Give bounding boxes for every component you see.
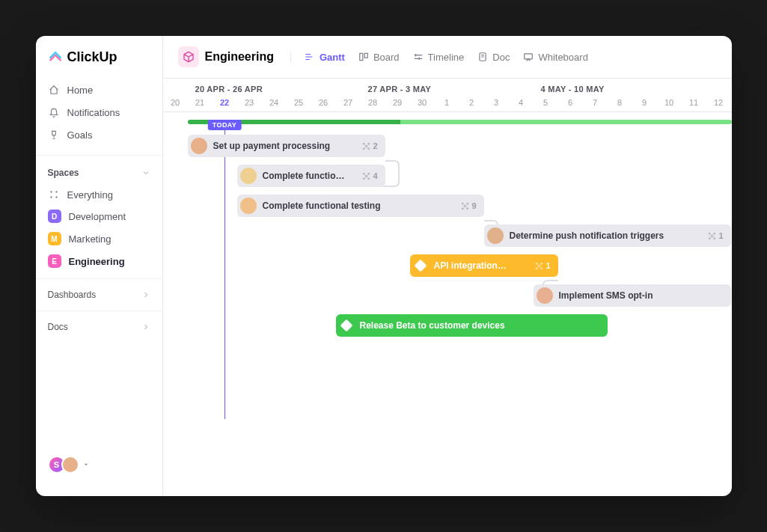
docs-section[interactable]: Docs <box>36 311 162 343</box>
day-cell[interactable]: 10 <box>657 98 682 107</box>
subtask-icon <box>461 202 469 210</box>
task-bar[interactable]: Complete functional testing9 <box>237 195 484 217</box>
view-board[interactable]: Board <box>358 52 400 63</box>
nav-goals[interactable]: Goals <box>36 123 162 146</box>
view-doc[interactable]: Doc <box>477 52 510 63</box>
view-gantt[interactable]: Gantt <box>305 52 345 63</box>
gantt-icon <box>305 52 315 62</box>
sidebar-footer: S <box>36 447 162 483</box>
day-cell[interactable]: 2 <box>459 98 484 107</box>
chevron-right-icon <box>141 290 150 299</box>
task-bar[interactable]: Complete functio…4 <box>237 165 385 187</box>
day-cell[interactable]: 3 <box>484 98 509 107</box>
day-cell[interactable]: 30 <box>410 98 435 107</box>
view-label: Gantt <box>320 52 345 63</box>
dashboards-section[interactable]: Dashboards <box>36 278 162 311</box>
week-label: 27 APR - 3 MAY <box>361 85 534 94</box>
grid-icon <box>48 189 60 201</box>
task-title: Determine push notification triggers <box>510 230 664 241</box>
whiteboard-icon <box>523 52 534 62</box>
svg-point-12 <box>368 147 370 149</box>
svg-point-14 <box>364 173 365 174</box>
day-cell[interactable]: 6 <box>558 98 583 107</box>
user-avatar <box>61 456 79 474</box>
svg-point-13 <box>366 175 368 177</box>
caret-down-icon[interactable] <box>82 461 90 468</box>
day-cell[interactable]: 25 <box>287 98 311 107</box>
spaces-list: DDevelopmentMMarketingEEngineering <box>36 205 162 272</box>
board-icon <box>358 52 369 62</box>
doc-icon <box>477 52 488 62</box>
sidebar-space-development[interactable]: DDevelopment <box>36 205 162 227</box>
subtask-count: 4 <box>362 171 377 180</box>
day-row: 2021222324252627282930123456789101112 <box>163 95 732 111</box>
space-label: Engineering <box>69 256 125 267</box>
progress-bar <box>188 120 732 124</box>
svg-point-16 <box>364 177 365 179</box>
gantt-chart[interactable]: TODAY Set up payment processing2Complete… <box>163 120 732 344</box>
day-cell[interactable]: 27 <box>336 98 361 107</box>
svg-point-30 <box>541 263 543 264</box>
day-cell[interactable]: 4 <box>509 98 534 107</box>
day-cell[interactable]: 8 <box>608 98 632 107</box>
day-cell[interactable]: 11 <box>682 98 706 107</box>
day-cell[interactable]: 7 <box>583 98 608 107</box>
subtask-icon <box>362 142 370 150</box>
assignee-avatar <box>240 168 257 184</box>
day-cell[interactable]: 26 <box>311 98 336 107</box>
nav-notifications[interactable]: Notifications <box>36 101 162 123</box>
task-bar[interactable]: Release Beta to customer devices <box>336 314 608 337</box>
spaces-header[interactable]: Spaces <box>36 155 162 184</box>
logo[interactable]: ClickUp <box>36 49 162 76</box>
sidebar-space-engineering[interactable]: EEngineering <box>36 250 162 272</box>
space-name: Engineering <box>205 50 274 64</box>
bell-icon <box>48 106 60 118</box>
day-cell[interactable]: 1 <box>435 98 459 107</box>
day-cell[interactable]: 24 <box>262 98 287 107</box>
svg-point-24 <box>709 233 711 234</box>
svg-point-31 <box>537 267 538 269</box>
clickup-logo-icon <box>48 50 63 65</box>
day-cell[interactable]: 20 <box>163 98 188 107</box>
day-cell[interactable]: 21 <box>188 98 213 107</box>
task-bar[interactable]: Implement SMS opt-in <box>534 284 731 307</box>
avatar-stack[interactable]: S <box>48 456 79 474</box>
svg-rect-7 <box>525 54 533 59</box>
subtask-icon <box>362 172 370 180</box>
day-cell[interactable]: 12 <box>706 98 731 107</box>
svg-point-28 <box>539 265 541 267</box>
sidebar-space-marketing[interactable]: MMarketing <box>36 227 162 250</box>
task-row: Release Beta to customer devices <box>163 314 732 344</box>
day-cell[interactable]: 29 <box>385 98 410 107</box>
day-cell[interactable]: 5 <box>534 98 558 107</box>
view-tabs: GanttBoardTimelineDocWhiteboard <box>290 52 588 63</box>
task-bar[interactable]: Determine push notification triggers1 <box>484 224 731 247</box>
task-title: Set up payment processing <box>213 141 331 151</box>
view-label: Whiteboard <box>538 52 587 63</box>
day-cell[interactable]: 23 <box>237 98 262 107</box>
task-bar[interactable]: API integration…1 <box>410 254 558 277</box>
task-title: Complete functional testing <box>263 201 381 211</box>
task-bar[interactable]: Set up payment processing2 <box>188 135 385 157</box>
nav-label: Goals <box>67 129 93 141</box>
current-space[interactable]: Engineering <box>178 46 274 67</box>
logo-text: ClickUp <box>67 49 117 65</box>
assignee-avatar <box>240 198 257 214</box>
subtask-count: 1 <box>535 261 550 270</box>
day-cell[interactable]: 22 <box>213 98 237 107</box>
sidebar-everything[interactable]: Everything <box>36 184 162 205</box>
task-title: Release Beta to customer devices <box>360 320 505 331</box>
day-cell[interactable]: 9 <box>632 98 657 107</box>
nav-section: Home Notifications Goals <box>36 76 162 149</box>
svg-point-18 <box>465 205 467 207</box>
home-icon <box>48 84 60 96</box>
view-timeline[interactable]: Timeline <box>413 52 465 63</box>
view-label: Doc <box>492 52 510 63</box>
svg-point-10 <box>368 143 370 144</box>
day-cell[interactable]: 28 <box>361 98 385 107</box>
nav-home[interactable]: Home <box>36 79 162 101</box>
space-icon <box>178 46 199 67</box>
progress-segment <box>400 120 732 124</box>
task-row: API integration…1 <box>163 254 732 284</box>
view-whiteboard[interactable]: Whiteboard <box>523 52 587 63</box>
